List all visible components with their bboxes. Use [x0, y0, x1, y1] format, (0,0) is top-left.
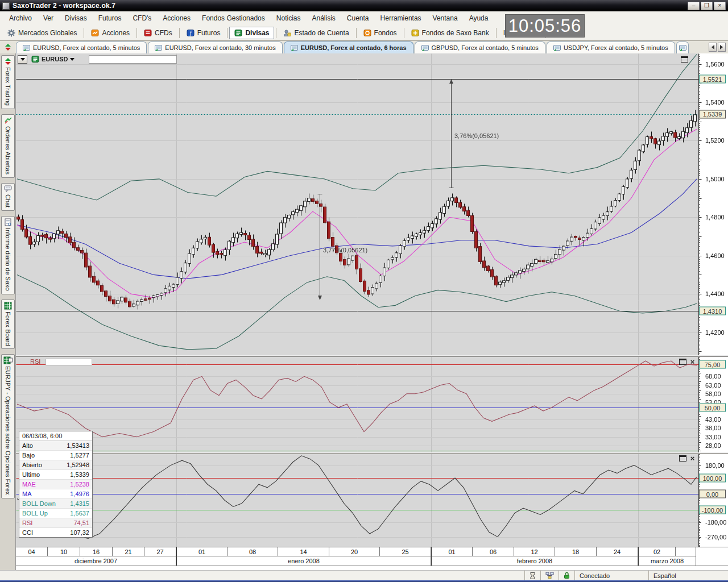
language-selector[interactable]: Español — [648, 571, 728, 580]
tab-scroll-left-button[interactable] — [709, 43, 717, 52]
minimize-button[interactable]: – — [688, 2, 700, 10]
tooltip-row-value: 1,4976 — [70, 490, 89, 497]
toolbar-button-mercados-globales[interactable]: Mercados Globales — [2, 27, 82, 39]
menu-item-noticias[interactable]: Noticias — [271, 13, 307, 24]
rsi-settings-input[interactable] — [46, 359, 92, 365]
tooltip-row-boll-up: BOLL Up1,5637 — [19, 509, 92, 518]
main-toolbar: Mercados GlobalesAccionesCFDsfFuturosDiv… — [0, 25, 728, 41]
menu-item-cuenta[interactable]: Cuenta — [341, 13, 375, 24]
tab-scroll-right-button[interactable] — [718, 43, 726, 52]
close-button[interactable]: × — [714, 2, 726, 10]
menu-item-divisas[interactable]: Divisas — [59, 13, 93, 24]
status-bar: ConectadoEspañol — [0, 570, 728, 580]
sidebar-item-chat[interactable]: Chat — [1, 183, 15, 211]
toolbar-button-acciones[interactable]: Acciones — [86, 27, 135, 39]
menu-item-an-lisis[interactable]: Análisis — [306, 13, 341, 24]
clock-widget: 10:05:56 — [505, 14, 585, 38]
rsi-axis-tick: 28,00 — [705, 442, 721, 449]
tooltip-timestamp: 06/03/08, 6:00 — [19, 431, 92, 441]
tab-eurusd-forex-al-contado-30-minutos[interactable]: EURUSD, Forex al contado, 30 minutos — [148, 41, 282, 53]
toolbar-separator — [179, 28, 180, 38]
title-bar: SaxoTrader 2 - workspace.ok.7 – ❐ × — [0, 0, 728, 11]
symbol-selector[interactable]: EURUSD — [31, 55, 75, 64]
rsi-axis-value-box: 50,00 — [699, 404, 726, 412]
cci-panel-close-button[interactable]: × — [689, 455, 696, 462]
cci-panel-restore-button[interactable] — [679, 455, 686, 462]
date-axis-month: diciembre 2007 — [16, 556, 176, 566]
chart-tab-icon — [23, 45, 30, 51]
splitter-price-rsi[interactable] — [16, 355, 728, 357]
menu-item-ver[interactable]: Ver — [38, 13, 59, 24]
cfds-icon — [144, 29, 152, 37]
orders-icon — [4, 117, 12, 124]
menu-item-ayuda[interactable]: Ayuda — [464, 13, 494, 24]
status-lock-cell — [559, 571, 574, 580]
chart-menu-dropdown[interactable] — [18, 55, 27, 64]
tooltip-row-ma: MA1,4976 — [19, 489, 92, 499]
rsi-axis-tick: 58,00 — [705, 390, 721, 397]
price-axis-tick: 1,5000 — [705, 176, 725, 182]
tooltip-row-value: 1,53413 — [67, 442, 89, 449]
sidebar-item-forex-trading[interactable]: Forex Trading — [1, 55, 15, 109]
tab-eurusd-forex-al-contado-5-minutos[interactable]: EURUSD, Forex al contado, 5 minutos — [16, 41, 147, 53]
date-axis-day: 25 — [380, 547, 431, 556]
menu-item-futuros[interactable]: Futuros — [93, 13, 127, 24]
toolbar-button-label: Mercados Globales — [18, 29, 77, 37]
sidebar-item-eurjpy-operaciones-sobre-opciones-forex[interactable]: EURJPY - Operaciones sobre Opciones Fore… — [1, 354, 15, 498]
rsi-panel-restore-button[interactable] — [679, 359, 686, 365]
tooltip-row-label: MAE — [22, 481, 36, 488]
toolbar-separator — [356, 28, 357, 38]
menu-item-herramientas[interactable]: Herramientas — [375, 13, 427, 24]
toolbar-button-label: Divisas — [245, 29, 269, 37]
splitter-rsi-cci[interactable] — [16, 452, 728, 454]
price-axis-tick: 1,5200 — [705, 137, 725, 144]
price-axis-tick: 1,4400 — [705, 290, 725, 297]
maximize-button[interactable]: ❐ — [701, 2, 713, 10]
toolbar-button-fondos-de-saxo-bank[interactable]: Fondos de Saxo Bank — [406, 27, 494, 39]
menu-item-fondos-gestionados[interactable]: Fondos Gestionados — [196, 13, 271, 24]
chart-canvas[interactable] — [16, 53, 728, 547]
status-hourglass-cell — [524, 571, 540, 580]
gear-icon — [7, 29, 15, 37]
tab-gbpusd-forex-al-contado-5-minutos[interactable]: GBPUSD, Forex al contado, 5 minutos — [415, 41, 545, 53]
sidebar-item-informe-diario-de-saxo[interactable]: Informe diario de Saxo — [1, 216, 15, 294]
chart-symbol-input[interactable] — [89, 55, 177, 64]
tooltip-row-value: 74,51 — [73, 519, 89, 526]
rsi-panel-close-button[interactable]: × — [689, 359, 696, 365]
date-axis-day: 14 — [278, 547, 329, 556]
tab-usdjpy-forex-al-contado-5-minutos[interactable]: USDJPY, Forex al contado, 5 minutos — [547, 41, 675, 53]
tooltip-row-value: 1,5277 — [70, 452, 89, 459]
tab-label: USDJPY, Forex al contado, 5 minutos — [564, 44, 668, 51]
toolbar-button-estado-de-cuenta[interactable]: Estado de Cuenta — [278, 27, 354, 39]
tooltip-row-label: BOLL Down — [22, 500, 56, 507]
sidebar-item-label: Forex Trading — [5, 67, 11, 106]
app-icon — [2, 2, 10, 10]
date-axis-day: 01 — [176, 547, 228, 556]
menu-item-archivo[interactable]: Archivo — [3, 13, 38, 24]
toolbar-button-fondos[interactable]: Fondos — [358, 27, 402, 39]
toolbar-button-futuros[interactable]: fFuturos — [181, 27, 226, 39]
tab-eurusd-forex-al-contado-6-horas[interactable]: EURUSD, Forex al contado, 6 horas — [284, 41, 413, 53]
chart-tab-icon — [421, 45, 429, 51]
toolbar-button-label: Fondos de Saxo Bank — [422, 29, 489, 37]
tooltip-row-label: CCI — [22, 529, 33, 536]
price-panel-restore-button[interactable] — [681, 56, 688, 63]
rsi-axis-tick: 43,00 — [705, 416, 721, 423]
tab-partial[interactable] — [676, 41, 689, 53]
menu-item-ventana[interactable]: Ventana — [427, 13, 464, 24]
sidebar-item-forex-board[interactable]: Forex Board — [1, 300, 15, 350]
toolbar-button-cfds[interactable]: CFDs — [139, 27, 177, 39]
rsi-indicator-label: RSI — [30, 358, 40, 365]
menu-item-acciones[interactable]: Acciones — [157, 13, 196, 24]
toolbar-button-divisas[interactable]: Divisas — [229, 27, 274, 39]
date-axis-month: febrero 2008 — [431, 556, 638, 566]
chart-tab-icon — [155, 45, 162, 51]
menu-item-cfd-s[interactable]: CFD's — [127, 13, 157, 24]
tooltip-row-label: Bajo — [22, 452, 35, 459]
sidebar-item-ordenes-abiertas[interactable]: Ordenes Abiertas — [1, 114, 15, 178]
toolbar-button-label: Estado de Cuenta — [294, 29, 349, 37]
sidebar-item-label: Ordenes Abiertas — [5, 126, 11, 174]
tooltip-row-label: RSI — [22, 519, 32, 526]
date-axis-day — [676, 547, 696, 556]
toolbar-button-label: Futuros — [197, 29, 221, 37]
